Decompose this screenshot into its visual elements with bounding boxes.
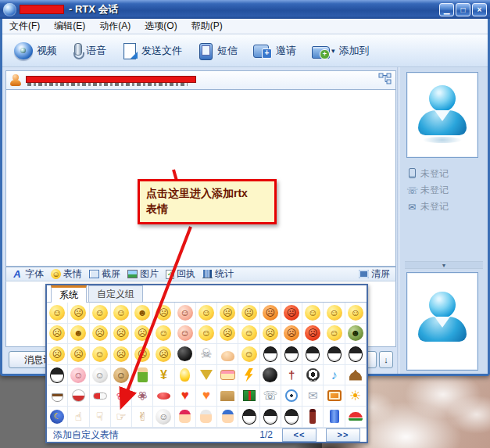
frown-face[interactable]: ☹ <box>47 324 68 345</box>
dizzy-face[interactable]: ☹ <box>132 344 153 365</box>
pig[interactable]: ☺ <box>68 365 89 386</box>
penguin-big[interactable] <box>238 407 259 428</box>
wave-face[interactable]: ☺ <box>238 344 259 365</box>
cat[interactable]: ☺ <box>90 365 111 386</box>
pill[interactable] <box>90 385 111 407</box>
sidebar-collapse-splitter[interactable]: ▼ <box>405 261 483 269</box>
scold-face[interactable]: ☹ <box>68 344 89 365</box>
boy[interactable] <box>196 407 217 428</box>
penguin-scarf[interactable] <box>260 344 281 365</box>
prev-page-button[interactable]: << <box>282 428 317 442</box>
penguin-santa[interactable] <box>345 344 367 365</box>
cola-can[interactable] <box>324 407 345 428</box>
soldier-face[interactable]: ☻ <box>345 324 367 345</box>
pane-divider[interactable] <box>397 67 399 374</box>
money[interactable]: ¥ <box>153 365 174 386</box>
emoticon-button[interactable]: ☺ 表情 <box>48 267 84 281</box>
sun[interactable]: ☀ <box>345 385 367 407</box>
thumbs-up[interactable]: ☝ <box>68 407 89 428</box>
heart-orange[interactable]: ♥ <box>196 385 217 407</box>
statistics-button[interactable]: 统计 <box>200 267 236 281</box>
surprised-face[interactable]: ☺ <box>47 303 68 324</box>
menu-help[interactable]: 帮助(P) <box>184 18 230 34</box>
huff-face[interactable]: ☹ <box>281 324 302 345</box>
doll[interactable] <box>132 365 153 386</box>
maximize-button[interactable]: □ <box>456 3 470 16</box>
tab-custom-group[interactable]: 自定义组 <box>88 285 143 302</box>
heart[interactable]: ♥ <box>175 385 196 407</box>
chevron-down-icon[interactable]: ▾ <box>331 47 335 55</box>
close-button[interactable]: × <box>472 3 487 16</box>
poop[interactable] <box>345 365 367 386</box>
bomb[interactable] <box>260 365 281 386</box>
dog[interactable]: ☺ <box>111 365 132 386</box>
penguin-couple[interactable] <box>302 344 324 365</box>
penguin-sit[interactable] <box>281 344 302 365</box>
deflated-face[interactable]: ☹ <box>47 344 68 365</box>
message-history-area[interactable] <box>5 89 396 267</box>
penguin-red[interactable] <box>324 344 345 365</box>
angry-face[interactable]: ☹ <box>281 303 302 324</box>
add-to-button[interactable]: ▾ 添加到 <box>305 41 377 60</box>
grin-face[interactable]: ☺ <box>324 303 345 324</box>
troubled-face[interactable]: ☹ <box>132 324 153 345</box>
skull[interactable]: ☠ <box>196 344 217 365</box>
phone-call[interactable]: ☏ <box>260 385 281 407</box>
doubt-face[interactable]: ☺ <box>90 344 111 365</box>
pout-face[interactable]: ☹ <box>68 303 89 324</box>
grimace-face[interactable]: ☹ <box>111 324 132 345</box>
laugh-face[interactable]: ☺ <box>324 324 345 345</box>
wilted-rose[interactable]: ❀ <box>132 385 153 407</box>
thumbs-down[interactable]: ☟ <box>90 407 111 428</box>
soccer[interactable] <box>302 365 324 386</box>
peek-head[interactable] <box>217 344 238 365</box>
menu-file[interactable]: 文件(F) <box>2 18 47 34</box>
watermelon[interactable] <box>345 407 367 428</box>
handshake[interactable]: ☞ <box>111 407 132 428</box>
kid[interactable] <box>217 407 238 428</box>
black-ball[interactable] <box>175 344 196 365</box>
penguin-band[interactable] <box>260 407 281 428</box>
smile-face[interactable]: ☺ <box>345 303 367 324</box>
menu-edit[interactable]: 编辑(E) <box>47 18 92 34</box>
clock[interactable] <box>281 385 302 407</box>
receipt-button[interactable]: ✓ 回执 <box>163 267 198 281</box>
dagger[interactable]: † <box>281 365 302 386</box>
next-page-button[interactable]: >> <box>326 428 360 442</box>
coffee[interactable] <box>47 385 68 407</box>
bottle[interactable] <box>302 407 324 428</box>
video-button[interactable]: 视频 <box>7 40 64 62</box>
picture-button[interactable]: 图片 <box>125 267 161 281</box>
sleepy-face[interactable]: ☹ <box>217 303 238 324</box>
rice-bowl[interactable] <box>68 385 89 407</box>
sms-button[interactable]: 短信 <box>191 40 245 62</box>
clear-screen-button[interactable]: 清屏 <box>356 267 392 281</box>
voice-button[interactable]: 语音 <box>66 40 113 62</box>
screenshot-button[interactable]: 截屏 <box>87 267 123 281</box>
tear-face[interactable]: ☹ <box>153 303 174 324</box>
penguin-king[interactable] <box>281 407 302 428</box>
eyeroll-face[interactable]: ☺ <box>196 324 217 345</box>
shocked-face[interactable]: ☹ <box>111 344 132 365</box>
rose[interactable]: ❀ <box>111 385 132 407</box>
mail[interactable]: ✉ <box>302 385 324 407</box>
plain-face[interactable]: ☺ <box>238 324 259 345</box>
table[interactable] <box>217 385 238 407</box>
music-note[interactable]: ♪ <box>324 365 345 386</box>
victory-hand[interactable]: ✌ <box>132 407 153 428</box>
lightning[interactable] <box>238 365 259 386</box>
moon[interactable]: ☾ <box>47 407 68 428</box>
send-options-button[interactable]: ↓ <box>379 351 393 368</box>
invite-button[interactable]: 邀请 <box>246 41 303 61</box>
dazed-face[interactable]: ☺ <box>111 303 132 324</box>
fuzzy-cat[interactable]: ☺ <box>153 407 174 428</box>
add-custom-emoticon-link[interactable]: 添加自定义表情 <box>53 428 119 442</box>
cocktail[interactable] <box>196 365 217 386</box>
org-chart-icon[interactable] <box>378 73 392 88</box>
minimize-button[interactable]: ▁ <box>439 3 454 16</box>
menu-action[interactable]: 动作(A) <box>92 18 138 34</box>
cool-face[interactable]: ☻ <box>132 303 153 324</box>
lips[interactable] <box>153 385 174 407</box>
fierce-face[interactable]: ☻ <box>68 324 89 345</box>
send-file-button[interactable]: 发送文件 <box>115 40 189 62</box>
